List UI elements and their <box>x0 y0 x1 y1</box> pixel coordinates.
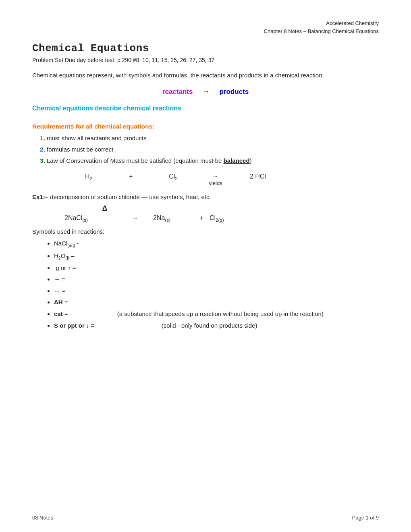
products-label: products <box>219 88 249 96</box>
nacl-arrow: → <box>117 214 153 222</box>
cl2-term: Cl2 <box>149 173 197 181</box>
nacl-equation: 2NaCl(s) → 2Na(s) + Cl2(g) <box>64 214 379 222</box>
problem-set-text: Problem Set Due day before test: p 290 #… <box>32 57 379 63</box>
section1-heading: Chemical equations describe chemical rea… <box>32 105 379 112</box>
page-title: Chemical Equations <box>32 42 379 54</box>
footer-left: 08 Notes <box>32 515 53 521</box>
header-line1: Accelerated Chemistry <box>326 20 379 26</box>
hcl-product: 2 HCl <box>234 173 282 180</box>
page: Accelerated Chemistry Chapter 8 Notes – … <box>0 0 411 532</box>
requirement-3: Law of Conservation of Mass must be sati… <box>47 156 379 166</box>
example-line: Ex1:– decomposition of sodium chloride —… <box>32 193 379 200</box>
example-label: Ex1: <box>32 193 45 200</box>
symbols-heading: Symbols used in reactions: <box>32 228 379 235</box>
reactants-products-row: reactants → products <box>32 87 379 96</box>
reactants-label: reactants <box>162 88 193 96</box>
na-product: 2Na(s) <box>153 214 193 222</box>
requirement-1: must show all reactants and products <box>47 133 379 143</box>
cat-blank <box>71 309 116 320</box>
example-text: – decomposition of sodium chloride — use… <box>45 193 211 200</box>
footer-right: Page 1 of 9 <box>352 515 379 521</box>
symbol-gas: g or ↑ = <box>54 263 379 273</box>
symbols-list: NaCl(aq) - H2O(l) – g or ↑ = → = ↔ = ΔH … <box>54 238 379 331</box>
intro-paragraph: Chemical equations represent, with symbo… <box>32 71 379 80</box>
nacl-plus: + <box>193 214 210 222</box>
requirements-heading: Requirements for all chemical equations: <box>32 123 379 130</box>
symbol-h2o: H2O(l) – <box>54 251 379 262</box>
plus-sign: + <box>113 173 149 180</box>
page-footer: 08 Notes Page 1 of 9 <box>32 512 379 521</box>
requirement-2: formulas must be correct <box>47 145 379 154</box>
nacl-reactant: 2NaCl(s) <box>64 214 117 222</box>
delta-symbol: Δ <box>64 204 145 213</box>
header-line2: Chapter 8 Notes – Balancing Chemical Equ… <box>264 28 379 34</box>
solid-blank <box>98 320 158 331</box>
page-header: Accelerated Chemistry Chapter 8 Notes – … <box>32 19 379 35</box>
h2-cl2-equation: H2 + Cl2 →yields 2 HCl <box>64 173 379 186</box>
h2-term: H2 <box>64 173 113 181</box>
symbol-delta-h: ΔH = <box>54 297 379 308</box>
symbol-arrow: → = <box>54 274 379 285</box>
delta-row: Δ <box>64 204 379 213</box>
cl2-product: Cl2(g) <box>210 214 242 222</box>
requirements-list: must show all reactants and products for… <box>47 133 379 166</box>
symbol-cat: cat = (a substance that speeds up a reac… <box>54 309 379 320</box>
reaction-arrow: → <box>202 87 210 96</box>
symbol-equilibrium: ↔ = <box>54 286 379 296</box>
balanced-text: balanced <box>224 157 250 164</box>
symbol-nacl: NaCl(aq) - <box>54 238 379 249</box>
yields-arrow: →yields <box>197 173 234 186</box>
symbol-solid: S or ppt or ↓ = (solid - only found on p… <box>54 320 379 331</box>
